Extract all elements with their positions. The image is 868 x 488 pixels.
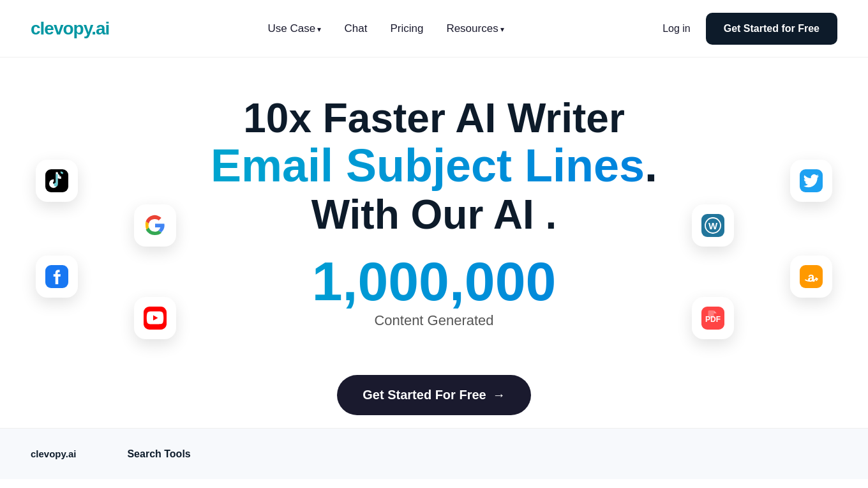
google-icon <box>134 204 176 247</box>
amazon-icon: a <box>790 255 832 298</box>
nav-link-pricing[interactable]: Pricing <box>390 22 423 34</box>
log-in-link[interactable]: Log in <box>662 23 691 34</box>
tiktok-icon <box>36 160 78 202</box>
nav-right: Log in Get Started for Free <box>662 13 837 45</box>
nav-item-resources[interactable]: Resources <box>446 22 504 35</box>
nav-item-chat[interactable]: Chat <box>344 22 367 35</box>
wordpress-icon: W <box>692 204 734 247</box>
youtube-icon <box>134 297 176 339</box>
logo-text-main: clevopy <box>31 19 91 38</box>
arrow-icon: → <box>493 388 505 402</box>
nav-link-usecase[interactable]: Use Case <box>268 22 322 34</box>
navbar: clevopy.ai Use Case Chat Pricing Resourc… <box>0 0 868 57</box>
hero-title-line1: 10x Faster AI Writer <box>13 96 855 141</box>
footer-brand: clevopy.ai <box>31 448 76 459</box>
logo-text-accent: .ai <box>91 19 109 38</box>
facebook-icon <box>36 255 78 298</box>
nav-item-pricing[interactable]: Pricing <box>390 22 423 35</box>
footer-strip: clevopy.ai Search Tools <box>0 428 868 479</box>
nav-links: Use Case Chat Pricing Resources <box>268 22 504 35</box>
get-started-hero-button[interactable]: Get Started For Free → <box>337 375 530 415</box>
logo[interactable]: clevopy.ai <box>31 19 109 39</box>
hero-section: a W PDF 10x Faster AI Writer Email Subje… <box>0 57 868 479</box>
pdf-icon: PDF <box>692 297 734 339</box>
svg-text:a: a <box>808 270 815 284</box>
footer-search-tools-title: Search Tools <box>127 448 190 460</box>
nav-link-chat[interactable]: Chat <box>344 22 367 34</box>
svg-rect-12 <box>708 310 714 318</box>
twitter-icon <box>790 160 832 202</box>
hero-title-line2: Email Subject Lines. <box>13 141 855 191</box>
svg-text:W: W <box>708 220 718 231</box>
nav-link-resources[interactable]: Resources <box>446 22 504 34</box>
nav-item-usecase[interactable]: Use Case <box>268 22 322 35</box>
get-started-nav-button[interactable]: Get Started for Free <box>706 13 837 45</box>
